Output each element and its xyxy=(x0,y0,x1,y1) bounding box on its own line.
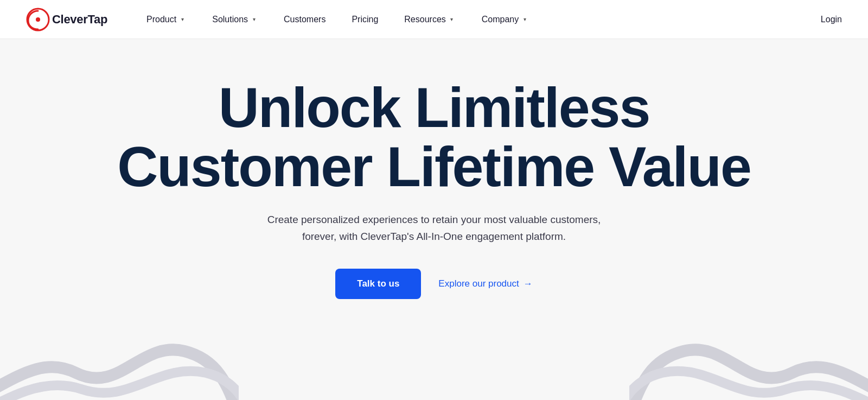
chevron-down-icon: ▾ xyxy=(521,16,528,23)
nav-item-product[interactable]: Product ▾ xyxy=(133,0,199,39)
wave-left-decoration xyxy=(0,243,239,400)
hero-subtitle: Create personalized experiences to retai… xyxy=(266,212,602,245)
main-nav: CleverTap Product ▾ Solutions ▾ Customer… xyxy=(0,0,868,39)
nav-links: Product ▾ Solutions ▾ Customers Pricing … xyxy=(133,0,821,39)
nav-item-customers[interactable]: Customers xyxy=(271,0,339,39)
nav-item-pricing[interactable]: Pricing xyxy=(339,0,391,39)
logo-text: CleverTap xyxy=(52,12,107,27)
logo[interactable]: CleverTap xyxy=(26,8,107,31)
nav-item-solutions[interactable]: Solutions ▾ xyxy=(199,0,271,39)
chevron-down-icon: ▾ xyxy=(178,16,186,23)
nav-item-company[interactable]: Company ▾ xyxy=(469,0,541,39)
explore-product-link[interactable]: Explore our product → xyxy=(438,278,532,289)
chevron-down-icon: ▾ xyxy=(448,16,456,23)
chevron-down-icon: ▾ xyxy=(250,16,258,23)
hero-headline: Unlock Limitless Customer Lifetime Value xyxy=(95,78,773,196)
talk-to-us-button[interactable]: Talk to us xyxy=(335,269,421,299)
wave-right-decoration xyxy=(629,243,868,400)
hero-section: Unlock Limitless Customer Lifetime Value… xyxy=(0,39,868,400)
hero-cta-group: Talk to us Explore our product → xyxy=(335,269,532,299)
svg-point-1 xyxy=(36,17,40,22)
login-button[interactable]: Login xyxy=(821,15,842,24)
nav-item-resources[interactable]: Resources ▾ xyxy=(391,0,468,39)
arrow-icon: → xyxy=(524,278,533,289)
